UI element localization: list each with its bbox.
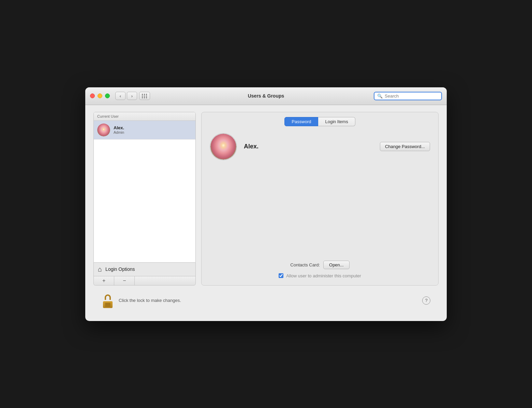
contacts-card-label: Contacts Card: [290, 262, 320, 267]
user-list: Current User Alex. Admin [93, 112, 196, 263]
user-info: Alex. Admin [114, 125, 124, 134]
user-list-header: Current User [94, 112, 195, 121]
right-panel: Password Login Items Alex. Change Passwo… [201, 112, 439, 286]
open-contacts-button[interactable]: Open... [323, 261, 350, 269]
lock-body [103, 301, 113, 308]
lock-lines [105, 303, 110, 306]
house-icon: ⌂ [98, 265, 102, 273]
minimize-button[interactable] [98, 93, 102, 98]
lock-text: Click the lock to make changes. [119, 298, 181, 303]
forward-button[interactable]: › [127, 92, 137, 100]
change-password-button[interactable]: Change Password... [380, 142, 430, 151]
tab-login-items[interactable]: Login Items [318, 117, 355, 126]
login-options-label: Login Options [105, 266, 135, 272]
lock-line [105, 304, 110, 305]
user-name-small: Alex. [114, 125, 124, 130]
grid-view-button[interactable] [139, 92, 150, 100]
avatar-small [97, 123, 110, 136]
main-window: ‹ › Users & Groups 🔍 Current User [85, 87, 447, 321]
lock-icon[interactable] [102, 293, 114, 308]
user-role-small: Admin [114, 130, 124, 134]
user-list-item[interactable]: Alex. Admin [94, 121, 195, 140]
tab-password[interactable]: Password [284, 117, 318, 126]
user-name-large: Alex. [244, 143, 258, 150]
user-profile-row: Alex. Change Password... [210, 133, 430, 160]
search-icon: 🔍 [377, 93, 383, 99]
nav-buttons: ‹ › [115, 92, 137, 100]
maximize-button[interactable] [105, 93, 110, 98]
bottom-bar: Click the lock to make changes. ? [93, 288, 439, 313]
help-button[interactable]: ? [422, 296, 430, 305]
avatar-image-large [210, 134, 236, 160]
traffic-lights [90, 93, 110, 98]
close-button[interactable] [90, 93, 95, 98]
main-content: Current User Alex. Admin ⌂ Login O [85, 105, 447, 321]
lock-line [105, 303, 110, 304]
add-user-button[interactable]: + [94, 276, 114, 285]
user-list-empty [94, 140, 195, 262]
lock-line [105, 306, 110, 306]
avatar-image [97, 123, 110, 136]
window-title: Users & Groups [248, 93, 284, 99]
spacer [210, 167, 430, 261]
avatar-large [210, 133, 237, 160]
contacts-row: Contacts Card: Open... [210, 261, 430, 269]
lock-shackle [105, 294, 111, 300]
titlebar: ‹ › Users & Groups 🔍 [85, 87, 447, 105]
back-button[interactable]: ‹ [115, 92, 125, 100]
allow-admin-label: Allow user to administer this computer [286, 273, 361, 278]
search-input[interactable] [385, 93, 439, 99]
remove-user-button[interactable]: − [114, 276, 135, 285]
sidebar-actions: + − [93, 276, 196, 286]
content-row: Current User Alex. Admin ⌂ Login O [93, 112, 439, 286]
allow-admin-row: Allow user to administer this computer [210, 273, 430, 278]
tabs-row: Password Login Items [202, 112, 438, 126]
search-box[interactable]: 🔍 [374, 92, 442, 100]
panel-body: Alex. Change Password... Contacts Card: … [202, 126, 438, 285]
grid-icon [142, 94, 147, 98]
sidebar: Current User Alex. Admin ⌂ Login O [93, 112, 196, 286]
allow-admin-checkbox[interactable] [279, 273, 283, 278]
login-options-row[interactable]: ⌂ Login Options [93, 263, 196, 276]
